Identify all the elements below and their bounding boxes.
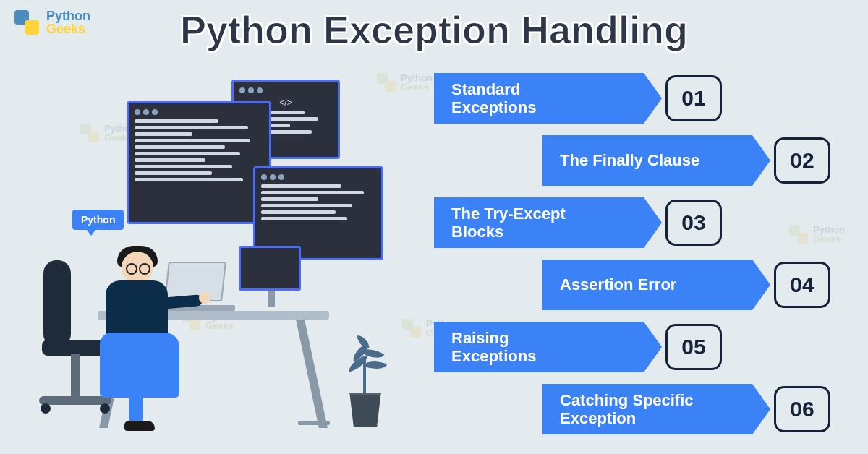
python-logo-icon (13, 9, 41, 36)
topic-arrow: The Try-Except Blocks (434, 197, 644, 248)
topic-arrow: Assertion Error (542, 260, 752, 310)
topic-arrow: Catching Specific Exception (542, 384, 752, 434)
brand-line1: Python (46, 9, 90, 22)
list-item: Standard Exceptions 01 (434, 69, 839, 127)
developer-illustration: </> Python (14, 72, 420, 441)
code-window-icon (127, 101, 271, 224)
topic-arrow: The Finally Clause (542, 135, 752, 186)
list-item: The Finally Clause 02 (434, 132, 839, 189)
topic-number: 03 (665, 200, 722, 246)
plant-icon (333, 325, 398, 427)
list-item: Catching Specific Exception 06 (434, 380, 839, 438)
topic-label: Catching Specific Exception (560, 391, 694, 428)
speech-bubble: Python (72, 210, 124, 230)
topic-number: 02 (774, 137, 830, 184)
topic-number: 06 (774, 386, 830, 432)
topic-label: The Try-Except Blocks (451, 205, 566, 241)
topic-label: Assertion Error (560, 275, 676, 294)
brand-line2: Geeks (46, 22, 90, 35)
brand-logo: Python Geeks (13, 9, 90, 36)
topic-label: Raising Exceptions (451, 329, 536, 366)
person-icon (65, 246, 195, 434)
monitor-icon (239, 246, 304, 311)
topic-list: Standard Exceptions 01 The Finally Claus… (434, 69, 839, 442)
topic-number: 01 (665, 75, 722, 121)
topic-number: 05 (665, 324, 722, 370)
topic-arrow: Standard Exceptions (434, 73, 644, 124)
brand-text: Python Geeks (46, 9, 90, 35)
topic-arrow: Raising Exceptions (434, 322, 644, 372)
topic-label: Standard Exceptions (451, 80, 536, 117)
list-item: The Try-Except Blocks 03 (434, 194, 839, 252)
page-title: Python Exception Handling (180, 7, 688, 52)
list-item: Assertion Error 04 (434, 256, 839, 314)
topic-label: The Finally Clause (560, 151, 699, 169)
topic-number: 04 (774, 262, 830, 308)
list-item: Raising Exceptions 05 (434, 318, 839, 376)
